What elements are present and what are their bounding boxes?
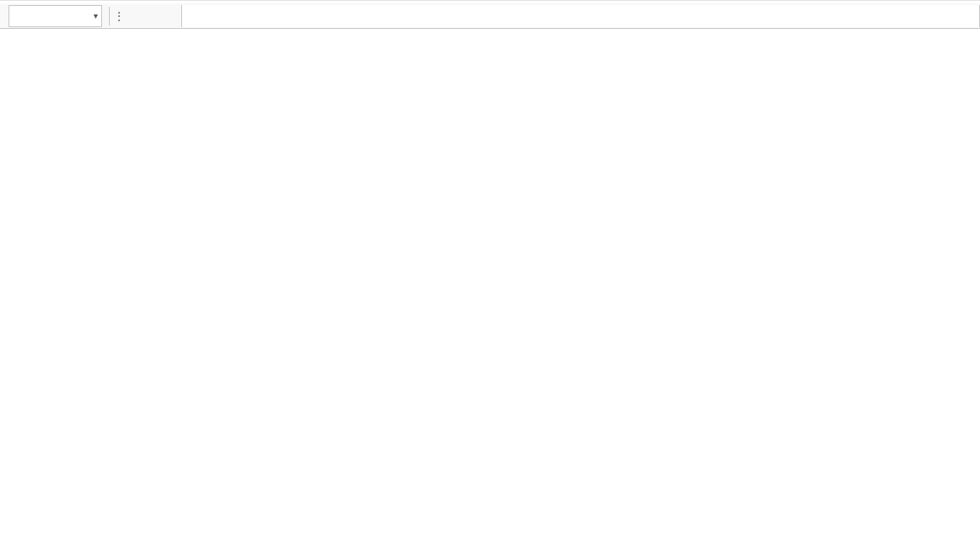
enter-formula-button[interactable] <box>144 7 157 26</box>
insert-function-button[interactable] <box>161 7 174 26</box>
cancel-formula-button[interactable] <box>127 7 140 26</box>
formula-bar: ▾ ⋮ <box>0 3 980 29</box>
name-box[interactable]: ▾ <box>9 5 102 27</box>
separator <box>109 7 110 26</box>
formula-input[interactable] <box>181 5 980 27</box>
more-icon[interactable]: ⋮ <box>113 9 125 23</box>
chevron-down-icon[interactable]: ▾ <box>94 11 98 20</box>
